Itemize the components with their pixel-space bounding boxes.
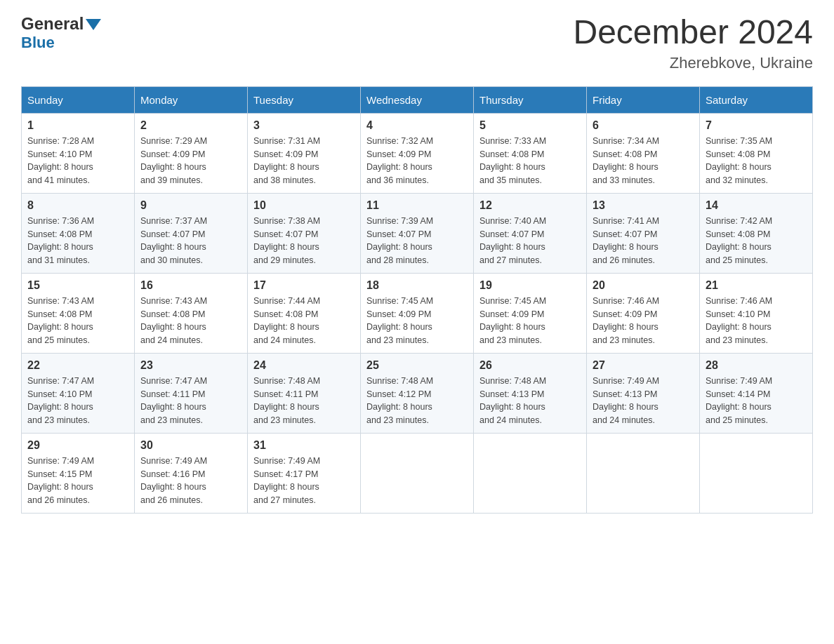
col-friday: Friday bbox=[587, 86, 700, 113]
logo-blue-text: Blue bbox=[21, 34, 55, 52]
svg-marker-0 bbox=[86, 19, 101, 30]
day-number: 15 bbox=[27, 279, 128, 292]
table-row: 4Sunrise: 7:32 AMSunset: 4:09 PMDaylight… bbox=[361, 113, 474, 193]
day-info: Sunrise: 7:49 AMSunset: 4:15 PMDaylight:… bbox=[27, 455, 128, 507]
table-row: 10Sunrise: 7:38 AMSunset: 4:07 PMDayligh… bbox=[248, 193, 361, 273]
day-info: Sunrise: 7:49 AMSunset: 4:17 PMDaylight:… bbox=[253, 455, 355, 507]
table-row: 12Sunrise: 7:40 AMSunset: 4:07 PMDayligh… bbox=[474, 193, 587, 273]
logo: General Blue bbox=[21, 14, 101, 52]
day-info: Sunrise: 7:44 AMSunset: 4:08 PMDaylight:… bbox=[253, 295, 355, 347]
day-number: 29 bbox=[27, 439, 128, 452]
day-info: Sunrise: 7:35 AMSunset: 4:08 PMDaylight:… bbox=[706, 135, 807, 187]
table-row: 13Sunrise: 7:41 AMSunset: 4:07 PMDayligh… bbox=[587, 193, 700, 273]
day-number: 21 bbox=[706, 279, 807, 292]
table-row: 3Sunrise: 7:31 AMSunset: 4:09 PMDaylight… bbox=[248, 113, 361, 193]
day-info: Sunrise: 7:37 AMSunset: 4:07 PMDaylight:… bbox=[140, 215, 241, 267]
day-info: Sunrise: 7:43 AMSunset: 4:08 PMDaylight:… bbox=[140, 295, 241, 347]
day-info: Sunrise: 7:49 AMSunset: 4:16 PMDaylight:… bbox=[140, 455, 241, 507]
calendar-week-row: 22Sunrise: 7:47 AMSunset: 4:10 PMDayligh… bbox=[22, 353, 813, 433]
day-info: Sunrise: 7:45 AMSunset: 4:09 PMDaylight:… bbox=[366, 295, 468, 347]
calendar-week-row: 1Sunrise: 7:28 AMSunset: 4:10 PMDaylight… bbox=[22, 113, 813, 193]
table-row: 1Sunrise: 7:28 AMSunset: 4:10 PMDaylight… bbox=[22, 113, 135, 193]
table-row: 7Sunrise: 7:35 AMSunset: 4:08 PMDaylight… bbox=[700, 113, 813, 193]
page-header: General Blue December 2024 Zherebkove, U… bbox=[21, 14, 813, 72]
day-number: 19 bbox=[479, 279, 581, 292]
table-row: 19Sunrise: 7:45 AMSunset: 4:09 PMDayligh… bbox=[474, 273, 587, 353]
day-info: Sunrise: 7:38 AMSunset: 4:07 PMDaylight:… bbox=[253, 215, 355, 267]
col-thursday: Thursday bbox=[474, 86, 587, 113]
calendar-week-row: 8Sunrise: 7:36 AMSunset: 4:08 PMDaylight… bbox=[22, 193, 813, 273]
day-info: Sunrise: 7:42 AMSunset: 4:08 PMDaylight:… bbox=[706, 215, 807, 267]
day-info: Sunrise: 7:48 AMSunset: 4:13 PMDaylight:… bbox=[479, 375, 581, 427]
table-row: 20Sunrise: 7:46 AMSunset: 4:09 PMDayligh… bbox=[587, 273, 700, 353]
calendar-week-row: 29Sunrise: 7:49 AMSunset: 4:15 PMDayligh… bbox=[22, 433, 813, 513]
day-info: Sunrise: 7:45 AMSunset: 4:09 PMDaylight:… bbox=[479, 295, 581, 347]
day-info: Sunrise: 7:47 AMSunset: 4:10 PMDaylight:… bbox=[27, 375, 128, 427]
day-number: 22 bbox=[27, 359, 128, 372]
day-info: Sunrise: 7:47 AMSunset: 4:11 PMDaylight:… bbox=[140, 375, 241, 427]
subtitle: Zherebkove, Ukraine bbox=[573, 54, 813, 72]
day-number: 1 bbox=[27, 119, 128, 132]
day-info: Sunrise: 7:32 AMSunset: 4:09 PMDaylight:… bbox=[366, 135, 468, 187]
logo-triangle-icon bbox=[86, 19, 101, 30]
day-number: 4 bbox=[366, 119, 468, 132]
day-number: 8 bbox=[27, 199, 128, 212]
table-row: 18Sunrise: 7:45 AMSunset: 4:09 PMDayligh… bbox=[361, 273, 474, 353]
day-info: Sunrise: 7:40 AMSunset: 4:07 PMDaylight:… bbox=[479, 215, 581, 267]
day-number: 16 bbox=[140, 279, 241, 292]
day-number: 26 bbox=[479, 359, 581, 372]
day-number: 9 bbox=[140, 199, 241, 212]
main-title: December 2024 bbox=[573, 14, 813, 51]
day-info: Sunrise: 7:46 AMSunset: 4:10 PMDaylight:… bbox=[706, 295, 807, 347]
table-row bbox=[587, 433, 700, 513]
calendar-header-row: Sunday Monday Tuesday Wednesday Thursday… bbox=[22, 86, 813, 113]
day-number: 25 bbox=[366, 359, 468, 372]
table-row: 30Sunrise: 7:49 AMSunset: 4:16 PMDayligh… bbox=[135, 433, 248, 513]
table-row bbox=[361, 433, 474, 513]
day-info: Sunrise: 7:29 AMSunset: 4:09 PMDaylight:… bbox=[140, 135, 241, 187]
day-number: 13 bbox=[593, 199, 694, 212]
table-row: 24Sunrise: 7:48 AMSunset: 4:11 PMDayligh… bbox=[248, 353, 361, 433]
table-row: 25Sunrise: 7:48 AMSunset: 4:12 PMDayligh… bbox=[361, 353, 474, 433]
col-wednesday: Wednesday bbox=[361, 86, 474, 113]
day-number: 20 bbox=[593, 279, 694, 292]
day-info: Sunrise: 7:43 AMSunset: 4:08 PMDaylight:… bbox=[27, 295, 128, 347]
table-row: 22Sunrise: 7:47 AMSunset: 4:10 PMDayligh… bbox=[22, 353, 135, 433]
table-row: 6Sunrise: 7:34 AMSunset: 4:08 PMDaylight… bbox=[587, 113, 700, 193]
logo-general-text: General bbox=[21, 14, 84, 34]
day-number: 2 bbox=[140, 119, 241, 132]
day-number: 6 bbox=[593, 119, 694, 132]
day-number: 28 bbox=[706, 359, 807, 372]
table-row: 26Sunrise: 7:48 AMSunset: 4:13 PMDayligh… bbox=[474, 353, 587, 433]
day-number: 23 bbox=[140, 359, 241, 372]
table-row: 9Sunrise: 7:37 AMSunset: 4:07 PMDaylight… bbox=[135, 193, 248, 273]
table-row bbox=[474, 433, 587, 513]
table-row: 21Sunrise: 7:46 AMSunset: 4:10 PMDayligh… bbox=[700, 273, 813, 353]
title-area: December 2024 Zherebkove, Ukraine bbox=[573, 14, 813, 72]
table-row: 29Sunrise: 7:49 AMSunset: 4:15 PMDayligh… bbox=[22, 433, 135, 513]
day-info: Sunrise: 7:33 AMSunset: 4:08 PMDaylight:… bbox=[479, 135, 581, 187]
day-number: 31 bbox=[253, 439, 355, 452]
day-number: 10 bbox=[253, 199, 355, 212]
col-tuesday: Tuesday bbox=[248, 86, 361, 113]
table-row bbox=[700, 433, 813, 513]
day-info: Sunrise: 7:31 AMSunset: 4:09 PMDaylight:… bbox=[253, 135, 355, 187]
col-saturday: Saturday bbox=[700, 86, 813, 113]
day-info: Sunrise: 7:36 AMSunset: 4:08 PMDaylight:… bbox=[27, 215, 128, 267]
calendar-table: Sunday Monday Tuesday Wednesday Thursday… bbox=[21, 86, 813, 514]
day-number: 18 bbox=[366, 279, 468, 292]
day-number: 14 bbox=[706, 199, 807, 212]
table-row: 11Sunrise: 7:39 AMSunset: 4:07 PMDayligh… bbox=[361, 193, 474, 273]
table-row: 14Sunrise: 7:42 AMSunset: 4:08 PMDayligh… bbox=[700, 193, 813, 273]
col-sunday: Sunday bbox=[22, 86, 135, 113]
table-row: 5Sunrise: 7:33 AMSunset: 4:08 PMDaylight… bbox=[474, 113, 587, 193]
day-info: Sunrise: 7:49 AMSunset: 4:13 PMDaylight:… bbox=[593, 375, 694, 427]
day-info: Sunrise: 7:39 AMSunset: 4:07 PMDaylight:… bbox=[366, 215, 468, 267]
day-info: Sunrise: 7:28 AMSunset: 4:10 PMDaylight:… bbox=[27, 135, 128, 187]
day-number: 3 bbox=[253, 119, 355, 132]
day-info: Sunrise: 7:46 AMSunset: 4:09 PMDaylight:… bbox=[593, 295, 694, 347]
table-row: 28Sunrise: 7:49 AMSunset: 4:14 PMDayligh… bbox=[700, 353, 813, 433]
day-number: 17 bbox=[253, 279, 355, 292]
table-row: 15Sunrise: 7:43 AMSunset: 4:08 PMDayligh… bbox=[22, 273, 135, 353]
day-number: 7 bbox=[706, 119, 807, 132]
